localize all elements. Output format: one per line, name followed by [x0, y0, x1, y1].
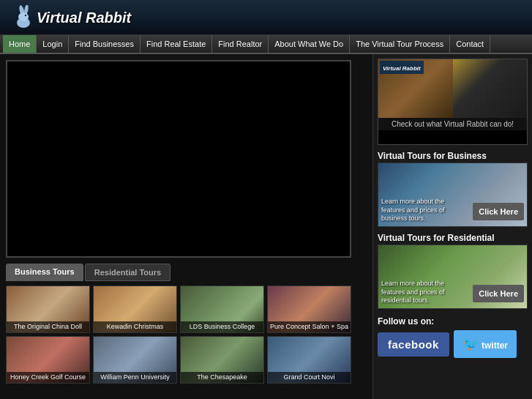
residential-tours-title: Virtual Tours for Residential [378, 233, 528, 243]
twitter-label: twitter [482, 340, 508, 351]
business-tours-title: Virtual Tours for Business [378, 151, 528, 161]
nav-find-real-estate[interactable]: Find Real Estate [141, 35, 212, 53]
residential-tours-section: Virtual Tours for Residential Learn more… [378, 233, 528, 309]
twitter-bird-icon: 🐦 [462, 337, 479, 351]
thumb-label: The Chesapeake [181, 372, 263, 383]
list-item[interactable]: Honey Creek Golf Course [6, 336, 90, 384]
rabbit-icon [7, 5, 34, 31]
nav-login[interactable]: Login [37, 35, 69, 53]
facebook-button[interactable]: facebook [378, 332, 449, 357]
thumb-label: William Penn University [94, 372, 176, 383]
logo: Virtual Rabbit [7, 5, 131, 31]
list-item[interactable]: Pure Concept Salon + Spa [267, 286, 351, 333]
follow-section: Follow us on: facebook 🐦 twitter [378, 316, 528, 358]
business-click-here-button[interactable]: Click Here [473, 203, 524, 220]
thumb-label: Kewadin Christmas [94, 321, 176, 332]
nav-contact[interactable]: Contact [450, 35, 490, 53]
nav-virtual-tour-process[interactable]: The Virtual Tour Process [350, 35, 450, 53]
preview-logo: Virtual Rabbit [380, 61, 424, 74]
svg-point-3 [18, 12, 29, 21]
left-content: Business Tours Residential Tours The Ori… [0, 54, 372, 399]
video-player[interactable] [6, 60, 351, 258]
navigation: Home Login Find Businesses Find Real Est… [0, 35, 532, 54]
nav-about[interactable]: About What We Do [269, 35, 350, 53]
nav-home[interactable]: Home [3, 35, 37, 53]
business-cta-box: Learn more about the features and prices… [378, 163, 528, 227]
tab-residential-tours[interactable]: Residential Tours [85, 264, 171, 281]
twitter-button[interactable]: 🐦 twitter [454, 330, 517, 358]
thumb-label: Honey Creek Golf Course [7, 372, 89, 383]
business-cta-text: Learn more about the features and prices… [381, 198, 462, 223]
list-item[interactable]: The Original China Doll [6, 286, 90, 333]
preview-logo-text: Virtual Rabbit [383, 65, 421, 72]
preview-box: Virtual Rabbit Check out what Virtual Ra… [378, 59, 528, 145]
header: Virtual Rabbit [0, 0, 532, 35]
social-buttons: facebook 🐦 twitter [378, 330, 528, 358]
nav-find-realtor[interactable]: Find Realtor [212, 35, 269, 53]
tour-tabs: Business Tours Residential Tours [6, 264, 367, 281]
residential-cta-box: Learn more about the features and prices… [378, 245, 528, 309]
business-tours-section: Virtual Tours for Business Learn more ab… [378, 151, 528, 227]
list-item[interactable]: Kewadin Christmas [93, 286, 177, 333]
residential-cta-text: Learn more about the features and prices… [381, 280, 462, 305]
thumb-label: Grand Court Novi [268, 372, 351, 383]
follow-title: Follow us on: [378, 316, 528, 327]
thumb-label: LDS Business College [181, 321, 263, 332]
list-item[interactable]: Grand Court Novi [267, 336, 351, 384]
thumb-label: Pure Concept Salon + Spa [268, 321, 351, 332]
svg-point-4 [25, 14, 26, 15]
tab-business-tours[interactable]: Business Tours [6, 264, 83, 281]
nav-find-businesses[interactable]: Find Businesses [69, 35, 141, 53]
list-item[interactable]: LDS Business College [180, 286, 264, 333]
right-sidebar: Virtual Rabbit Check out what Virtual Ra… [372, 54, 532, 399]
thumbnail-grid: The Original China Doll Kewadin Christma… [6, 286, 351, 384]
list-item[interactable]: The Chesapeake [180, 336, 264, 384]
preview-caption: Check out what Virtual Rabbit can do! [378, 118, 527, 130]
list-item[interactable]: William Penn University [93, 336, 177, 384]
logo-text: Virtual Rabbit [37, 10, 131, 26]
main-content: Business Tours Residential Tours The Ori… [0, 54, 532, 399]
residential-click-here-button[interactable]: Click Here [473, 285, 524, 302]
thumb-label: The Original China Doll [7, 321, 89, 332]
